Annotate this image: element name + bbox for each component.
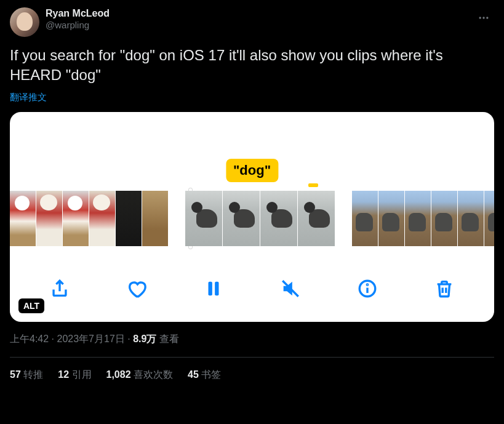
- more-button[interactable]: [473, 7, 494, 28]
- share-icon: [49, 278, 70, 299]
- tweet-header: Ryan McLeod @warpling: [10, 7, 494, 37]
- clip-frame: [484, 191, 494, 246]
- clip-frame: [63, 191, 89, 246]
- user-handle: @warpling: [46, 20, 110, 31]
- info-button[interactable]: [353, 274, 382, 303]
- clip-frame: [142, 191, 168, 246]
- mute-button[interactable]: [276, 274, 305, 303]
- avatar[interactable]: [10, 7, 39, 37]
- clip-frame: [116, 191, 142, 246]
- delete-button[interactable]: [430, 274, 459, 303]
- clip-frame: [298, 191, 335, 246]
- alt-badge[interactable]: ALT: [18, 298, 44, 313]
- pause-icon: [203, 278, 224, 299]
- clip-frame: [378, 191, 404, 246]
- tweet-meta[interactable]: 上午4:42 · 2023年7月17日 · 8.9万 查看: [10, 333, 494, 346]
- svg-point-7: [367, 284, 367, 285]
- clip-frame: [36, 191, 62, 246]
- like-button[interactable]: [122, 274, 151, 303]
- clip-group-2: [185, 191, 335, 246]
- svg-point-0: [479, 17, 481, 18]
- media-attachment[interactable]: "dog": [10, 112, 494, 322]
- display-name: Ryan McLeod: [46, 7, 110, 20]
- info-icon: [357, 278, 378, 299]
- clip-frame: [89, 191, 115, 246]
- pause-button[interactable]: [199, 274, 228, 303]
- retweets-stat[interactable]: 57 转推: [10, 369, 43, 382]
- clip-group-3: [352, 191, 494, 246]
- media-toolbar: [10, 273, 494, 305]
- tweet-date: 2023年7月17日: [57, 334, 124, 344]
- speaker-muted-icon: [280, 278, 301, 299]
- translate-link[interactable]: 翻译推文: [10, 92, 47, 103]
- clip-frame: [405, 191, 431, 246]
- video-timeline[interactable]: [10, 191, 494, 246]
- share-button[interactable]: [45, 274, 74, 303]
- bookmarks-stat[interactable]: 45 书签: [188, 369, 221, 382]
- more-icon: [478, 12, 490, 24]
- svg-point-1: [482, 17, 484, 18]
- caption-tag: "dog": [226, 159, 278, 182]
- views-label: 查看: [159, 334, 179, 344]
- svg-point-2: [486, 17, 488, 18]
- clip-frame: [458, 191, 484, 246]
- clip-frame: [352, 191, 378, 246]
- tweet-time: 上午4:42: [10, 334, 49, 344]
- likes-stat[interactable]: 1,082 喜欢次数: [106, 369, 174, 382]
- trash-icon: [434, 278, 455, 299]
- quotes-stat[interactable]: 12 引用: [58, 369, 91, 382]
- user-block[interactable]: Ryan McLeod @warpling: [46, 7, 110, 31]
- svg-rect-4: [215, 281, 218, 295]
- clip-frame: [185, 191, 222, 246]
- clip-frame: [10, 191, 36, 246]
- heart-icon: [126, 278, 147, 299]
- clip-frame: [431, 191, 457, 246]
- clip-frame: [260, 191, 297, 246]
- tweet-stats: 57 转推 12 引用 1,082 喜欢次数 45 书签: [10, 358, 494, 382]
- clip-frame: [223, 191, 260, 246]
- tweet-container: Ryan McLeod @warpling If you search for …: [0, 0, 504, 382]
- views-count: 8.9万: [133, 334, 156, 344]
- svg-rect-3: [208, 281, 212, 295]
- tweet-text: If you search for "dog" on iOS 17 it'll …: [10, 46, 494, 86]
- clip-group-1: [10, 191, 168, 246]
- caption-marker: [308, 183, 318, 187]
